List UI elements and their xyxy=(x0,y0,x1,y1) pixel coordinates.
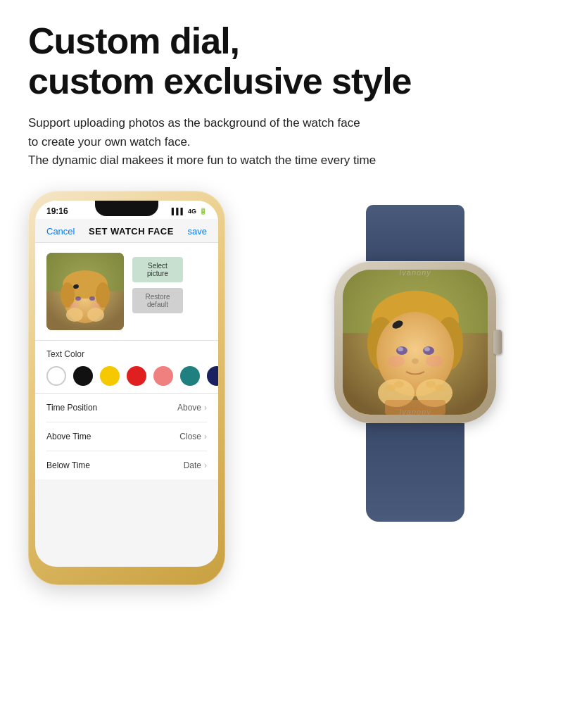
watch-brand-bottom: Ivanony xyxy=(324,408,507,416)
status-time: 19:16 xyxy=(46,206,68,216)
watch-face-preview xyxy=(46,253,124,330)
svg-point-6 xyxy=(75,296,81,301)
subtitle-line1: Support uploading photos as the backgrou… xyxy=(28,116,360,130)
cancel-button[interactable]: Cancel xyxy=(46,226,75,237)
svg-point-9 xyxy=(70,303,79,308)
setting-row-time-position[interactable]: Time Position Above › xyxy=(46,394,207,422)
watch-face-area: Select picture Restore default xyxy=(35,243,218,340)
above-time-chevron: › xyxy=(204,432,207,441)
time-position-label: Time Position xyxy=(46,403,97,413)
color-swatch-navy[interactable] xyxy=(207,366,218,386)
phone-outer: 19:16 ▌▌▌ 4G 🔋 Cancel SET WATCH FACE sav… xyxy=(28,191,225,585)
svg-point-31 xyxy=(426,381,436,388)
svg-point-12 xyxy=(87,308,104,322)
svg-point-32 xyxy=(435,384,445,391)
headline-line2: custom exclusive style xyxy=(28,61,412,101)
devices-row: 19:16 ▌▌▌ 4G 🔋 Cancel SET WATCH FACE sav… xyxy=(28,191,535,585)
svg-point-7 xyxy=(89,296,95,301)
color-swatch-white[interactable] xyxy=(46,366,66,386)
svg-point-10 xyxy=(91,303,100,308)
svg-point-24 xyxy=(388,356,405,367)
text-color-label: Text Color xyxy=(46,349,207,359)
text-color-section: Text Color xyxy=(35,341,218,393)
network-label: 4G xyxy=(188,208,196,215)
color-swatch-yellow[interactable] xyxy=(100,366,120,386)
phone-screen: 19:16 ▌▌▌ 4G 🔋 Cancel SET WATCH FACE sav… xyxy=(35,201,218,567)
headline: Custom dial, custom exclusive style xyxy=(28,21,535,101)
watch-face-image xyxy=(343,270,488,415)
below-time-value: Date › xyxy=(184,460,207,470)
preview-face-svg xyxy=(46,253,124,330)
svg-point-11 xyxy=(66,308,83,322)
time-position-text: Above xyxy=(177,403,201,413)
phone-wrapper: 19:16 ▌▌▌ 4G 🔋 Cancel SET WATCH FACE sav… xyxy=(28,191,246,585)
app-header: Cancel SET WATCH FACE save xyxy=(35,219,218,243)
save-button[interactable]: save xyxy=(188,226,207,237)
time-position-value: Above › xyxy=(177,403,207,413)
battery-icon: 🔋 xyxy=(199,208,207,215)
color-swatches xyxy=(46,366,207,386)
band-top xyxy=(366,205,464,261)
watch-display xyxy=(343,270,488,415)
above-time-value: Close › xyxy=(179,432,207,441)
svg-point-25 xyxy=(426,356,443,367)
status-icons: ▌▌▌ 4G 🔋 xyxy=(172,208,207,215)
above-time-label: Above Time xyxy=(46,432,91,441)
select-picture-button[interactable]: Select picture xyxy=(132,257,183,282)
phone-notch xyxy=(95,201,158,216)
preview-image xyxy=(46,253,124,330)
smartwatch-body: Ivanony Ivanony xyxy=(324,205,507,522)
color-swatch-red[interactable] xyxy=(127,366,146,386)
settings-section: Time Position Above › Above Time Close › xyxy=(35,394,218,479)
watch-case xyxy=(334,261,496,423)
svg-point-22 xyxy=(424,347,430,351)
subtitle: Support uploading photos as the backgrou… xyxy=(28,114,535,170)
below-time-text: Date xyxy=(184,460,201,470)
page-container: Custom dial, custom exclusive style Supp… xyxy=(0,0,563,728)
watch-wrapper: Ivanony Ivanony xyxy=(296,191,535,522)
watch-crown xyxy=(493,330,502,355)
below-time-chevron: › xyxy=(204,460,207,470)
watch-brand-top: Ivanony xyxy=(324,268,507,277)
color-swatch-pink[interactable] xyxy=(153,366,173,386)
svg-point-29 xyxy=(386,384,396,391)
below-time-label: Below Time xyxy=(46,460,90,470)
svg-point-21 xyxy=(398,347,403,351)
subtitle-line2: to create your own watch face. xyxy=(28,135,191,149)
watch-face-svg xyxy=(343,270,488,415)
time-position-chevron: › xyxy=(204,403,207,413)
color-swatch-black[interactable] xyxy=(73,366,93,386)
color-swatch-teal[interactable] xyxy=(180,366,200,386)
svg-point-30 xyxy=(394,381,404,388)
setting-row-below-time[interactable]: Below Time Date › xyxy=(46,451,207,479)
app-title: SET WATCH FACE xyxy=(89,226,174,237)
above-time-text: Close xyxy=(179,432,201,441)
headline-line1: Custom dial, xyxy=(28,20,239,61)
svg-point-23 xyxy=(412,358,419,364)
signal-icon: ▌▌▌ xyxy=(172,208,185,215)
band-bottom xyxy=(366,423,464,522)
watch-buttons: Select picture Restore default xyxy=(132,253,183,313)
restore-default-button[interactable]: Restore default xyxy=(132,288,183,313)
subtitle-line3: The dynamic dial makees it more fun to w… xyxy=(28,153,376,167)
setting-row-above-time[interactable]: Above Time Close › xyxy=(46,422,207,451)
